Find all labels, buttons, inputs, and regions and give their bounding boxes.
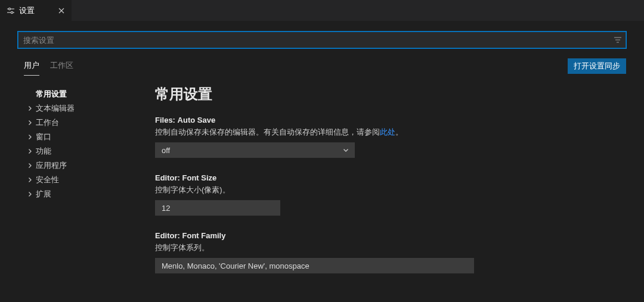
setting-label: Editor: Font Family xyxy=(155,231,626,240)
toc-item-extensions[interactable]: 扩展 xyxy=(26,187,137,201)
fontfamily-input[interactable] xyxy=(155,258,474,273)
setting-desc-text: 控制自动保存未保存的编辑器。有关自动保存的详细信息，请参阅 xyxy=(155,127,380,136)
chevron-right-icon xyxy=(26,134,33,140)
settings-sliders-icon xyxy=(6,6,16,15)
setting-name: Font Family xyxy=(182,231,226,240)
fontsize-input[interactable] xyxy=(155,200,280,216)
setting-name: Font Size xyxy=(182,173,217,182)
toc-item-label: 应用程序 xyxy=(36,160,67,171)
setting-category: Editor: xyxy=(155,173,180,182)
svg-point-3 xyxy=(11,11,13,13)
chevron-right-icon xyxy=(26,163,33,169)
settings-panel: 常用设置 Files: Auto Save 控制自动保存未保存的编辑器。有关自动… xyxy=(137,85,626,289)
svg-point-1 xyxy=(8,8,10,10)
toc-item-application[interactable]: 应用程序 xyxy=(26,158,137,173)
setting-editor-fontsize: Editor: Font Size 控制字体大小(像素)。 xyxy=(155,173,626,216)
toc-item-label: 工作台 xyxy=(36,117,59,128)
sync-button-label: 打开设置同步 xyxy=(574,61,620,70)
chevron-right-icon xyxy=(26,177,33,183)
toc-item-security[interactable]: 安全性 xyxy=(26,173,137,187)
setting-category: Editor: xyxy=(155,231,180,240)
toc-item-label: 常用设置 xyxy=(36,89,67,99)
scope-tab-user[interactable]: 用户 xyxy=(24,57,39,76)
editor-tab-bar: 设置 xyxy=(0,0,644,21)
setting-label: Editor: Font Size xyxy=(155,173,626,182)
toc-item-workbench[interactable]: 工作台 xyxy=(26,116,137,130)
close-icon[interactable] xyxy=(57,7,66,15)
setting-description: 控制字体大小(像素)。 xyxy=(155,185,626,195)
chevron-down-icon xyxy=(342,147,349,154)
setting-description: 控制字体系列。 xyxy=(155,242,626,253)
autosave-select-value: off xyxy=(162,146,170,155)
setting-description: 控制自动保存未保存的编辑器。有关自动保存的详细信息，请参阅此处。 xyxy=(155,127,626,138)
search-input[interactable] xyxy=(18,32,626,48)
scope-row: 用户 工作区 打开设置同步 xyxy=(18,57,626,76)
chevron-right-icon xyxy=(26,191,33,197)
setting-category: Files: xyxy=(155,116,175,124)
settings-search-wrap xyxy=(18,32,626,48)
toc-item-label: 文本编辑器 xyxy=(36,103,75,114)
tab-title: 设置 xyxy=(19,5,35,16)
setting-desc-suffix: 。 xyxy=(395,127,403,136)
setting-label: Files: Auto Save xyxy=(155,116,626,124)
chevron-right-icon xyxy=(26,120,33,126)
toc-item-label: 窗口 xyxy=(36,132,51,142)
toc-item-features[interactable]: 功能 xyxy=(26,144,137,158)
setting-files-autosave: Files: Auto Save 控制自动保存未保存的编辑器。有关自动保存的详细… xyxy=(155,116,626,158)
setting-desc-link[interactable]: 此处 xyxy=(380,127,395,136)
settings-toc: 常用设置 文本编辑器 工作台 窗口 xyxy=(18,85,137,289)
toc-item-label: 功能 xyxy=(36,146,51,157)
open-settings-sync-button[interactable]: 打开设置同步 xyxy=(568,58,626,74)
toc-item-common[interactable]: 常用设置 xyxy=(26,87,137,101)
toc-item-label: 扩展 xyxy=(36,189,51,200)
section-title: 常用设置 xyxy=(155,85,626,104)
tab-settings[interactable]: 设置 xyxy=(0,0,72,21)
toc-item-text-editor[interactable]: 文本编辑器 xyxy=(26,101,137,116)
setting-name: Auto Save xyxy=(178,116,216,124)
scope-tab-user-label: 用户 xyxy=(24,61,39,70)
toc-item-label: 安全性 xyxy=(36,175,59,185)
autosave-select[interactable]: off xyxy=(155,142,355,158)
setting-editor-fontfamily: Editor: Font Family 控制字体系列。 xyxy=(155,231,626,273)
chevron-right-icon xyxy=(26,148,33,154)
toc-item-window[interactable]: 窗口 xyxy=(26,130,137,144)
filter-icon[interactable] xyxy=(613,35,623,45)
scope-tab-workspace-label: 工作区 xyxy=(50,61,73,70)
scope-tabs: 用户 工作区 xyxy=(18,57,73,76)
chevron-right-icon xyxy=(26,105,33,111)
scope-tab-workspace[interactable]: 工作区 xyxy=(50,57,73,76)
